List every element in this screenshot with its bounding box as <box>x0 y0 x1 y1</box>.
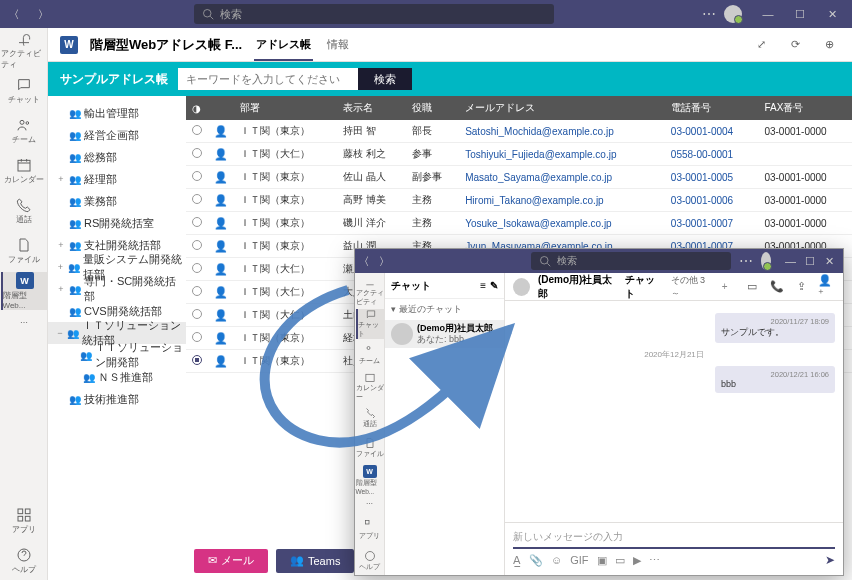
search-button[interactable]: 検索 <box>358 68 412 90</box>
rail-addressbook-app[interactable]: W階層型Web... <box>1 272 47 310</box>
row-radio[interactable] <box>192 171 202 181</box>
row-radio[interactable] <box>192 332 202 342</box>
global-search[interactable]: 検索 <box>194 4 554 24</box>
table-row[interactable]: 👤ＩＴ関（東京）佐山 晶人副参事Masato_Sayama@example.co… <box>186 166 852 189</box>
tree-item[interactable]: 👥業務部 <box>48 190 186 212</box>
table-row[interactable]: 👤ＩＴ関（東京）持田 智部長Satoshi_Mochida@example.co… <box>186 120 852 143</box>
tab-info[interactable]: 情報 <box>325 29 351 60</box>
row-radio[interactable] <box>192 217 202 227</box>
chat-other[interactable]: その他 3 ～ <box>671 274 714 300</box>
chat-item[interactable]: (Demo用)社員太郎あなた: bbb <box>385 320 504 348</box>
rail-chat[interactable]: チャット <box>1 72 47 110</box>
table-row[interactable]: 👤ＩＴ関（東京）高野 博美主務Hiromi_Takano@example.co.… <box>186 189 852 212</box>
send-icon[interactable]: ➤ <box>825 553 835 567</box>
tel-link[interactable]: 0558-00-0001 <box>671 149 733 160</box>
rail-files[interactable]: ファイル <box>356 434 384 463</box>
mail-button[interactable]: ✉ メール <box>194 549 268 573</box>
maximize-button[interactable]: ☐ <box>786 0 814 28</box>
more-icon[interactable]: ⋯ <box>739 253 753 269</box>
gif-icon[interactable]: GIF <box>570 554 588 566</box>
row-radio[interactable] <box>192 355 202 365</box>
keyword-input[interactable] <box>178 68 358 90</box>
emoji-icon[interactable]: ☺ <box>551 554 562 566</box>
tree-item[interactable]: 👥ＩＴソリューション開発部 <box>48 344 186 366</box>
add-people-icon[interactable]: 👤⁺ <box>818 278 835 296</box>
forward-button[interactable]: 〉 <box>30 4 50 24</box>
teams-button[interactable]: 👥 Teams <box>276 549 354 573</box>
tel-link[interactable]: 03-0001-0006 <box>671 195 733 206</box>
back-button[interactable]: 〈 <box>6 4 26 24</box>
email-link[interactable]: Hiromi_Takano@example.co.jp <box>465 195 604 206</box>
audio-call-icon[interactable]: 📞 <box>768 278 785 296</box>
more-icon[interactable]: ⋯ <box>649 554 660 567</box>
tree-item[interactable]: 👥技術推進部 <box>48 388 186 410</box>
rail-activity[interactable]: アクティビティ <box>356 277 384 307</box>
col-fax[interactable]: FAX番号 <box>758 96 852 120</box>
rail-calls[interactable]: 通話 <box>1 192 47 230</box>
meet-icon[interactable]: ▭ <box>615 554 625 567</box>
email-link[interactable]: Yosuke_Isokawa@example.co.jp <box>465 218 612 229</box>
row-radio[interactable] <box>192 240 202 250</box>
rail-teams[interactable]: チーム <box>1 112 47 150</box>
popup-search[interactable]: 検索 <box>531 252 731 270</box>
close-button[interactable]: ✕ <box>822 247 837 275</box>
message-bubble[interactable]: 2020/11/27 18:09サンプルです。 <box>715 313 835 343</box>
expand-icon[interactable]: ⤢ <box>750 34 772 56</box>
col-dept[interactable]: 部署 <box>234 96 337 120</box>
back-button[interactable]: 〈 <box>361 251 372 271</box>
tree-item[interactable]: 👥経営企画部 <box>48 124 186 146</box>
rail-more[interactable]: ⋯ <box>1 312 47 332</box>
globe-icon[interactable]: ⊕ <box>818 34 840 56</box>
row-radio[interactable] <box>192 309 202 319</box>
tel-link[interactable]: 03-0001-0007 <box>671 218 733 229</box>
chat-tab[interactable]: チャット <box>625 273 663 301</box>
table-row[interactable]: 👤ＩＴ関（東京）磯川 洋介主務Yosuke_Isokawa@example.co… <box>186 212 852 235</box>
rail-teams[interactable]: チーム <box>356 341 384 370</box>
rail-chat[interactable]: チャット <box>356 309 384 339</box>
stream-icon[interactable]: ▶ <box>633 554 641 567</box>
tel-link[interactable]: 03-0001-0004 <box>671 126 733 137</box>
maximize-button[interactable]: ☐ <box>802 247 817 275</box>
col-email[interactable]: メールアドレス <box>459 96 665 120</box>
table-row[interactable]: 👤ＩＴ関（大仁）藤枝 利之参事Toshiyuki_Fujieda@example… <box>186 143 852 166</box>
row-radio[interactable] <box>192 286 202 296</box>
more-icon[interactable]: ⋯ <box>702 6 716 22</box>
row-radio[interactable] <box>192 148 202 158</box>
message-input[interactable]: 新しいメッセージの入力 <box>513 527 835 549</box>
sticker-icon[interactable]: ▣ <box>597 554 607 567</box>
format-icon[interactable]: A̲ <box>513 554 521 567</box>
rail-help[interactable]: ヘルプ <box>356 546 384 575</box>
rail-help[interactable]: ヘルプ <box>1 542 47 580</box>
forward-button[interactable]: 〉 <box>376 251 387 271</box>
row-radio[interactable] <box>192 125 202 135</box>
email-link[interactable]: Toshiyuki_Fujieda@example.co.jp <box>465 149 616 160</box>
close-button[interactable]: ✕ <box>818 0 846 28</box>
profile-avatar[interactable] <box>761 252 771 270</box>
tree-item[interactable]: +👥専門・SC開発統括部 <box>48 278 186 300</box>
refresh-icon[interactable]: ⟳ <box>784 34 806 56</box>
rail-more[interactable]: ⋯ <box>356 497 384 512</box>
message-bubble[interactable]: 2020/12/21 16:06bbb <box>715 366 835 393</box>
col-role[interactable]: 役職 <box>406 96 459 120</box>
tree-item[interactable]: 👥RS開発統括室 <box>48 212 186 234</box>
rail-apps[interactable]: アプリ <box>356 516 384 545</box>
row-radio[interactable] <box>192 194 202 204</box>
col-name[interactable]: 表示名 <box>337 96 406 120</box>
email-link[interactable]: Masato_Sayama@example.co.jp <box>465 172 612 183</box>
video-call-icon[interactable]: ▭ <box>744 278 761 296</box>
minimize-button[interactable]: — <box>783 247 798 275</box>
email-link[interactable]: Satoshi_Mochida@example.co.jp <box>465 126 614 137</box>
rail-apps[interactable]: アプリ <box>1 502 47 540</box>
row-radio[interactable] <box>192 263 202 273</box>
profile-avatar[interactable] <box>724 5 742 23</box>
tel-link[interactable]: 03-0001-0005 <box>671 172 733 183</box>
rail-calendar[interactable]: カレンダー <box>356 372 384 402</box>
rail-files[interactable]: ファイル <box>1 232 47 270</box>
attach-icon[interactable]: 📎 <box>529 554 543 567</box>
tree-item[interactable]: 👥総務部 <box>48 146 186 168</box>
tree-item[interactable]: 👥輸出管理部 <box>48 102 186 124</box>
new-chat-icon[interactable]: ✎ <box>490 280 498 291</box>
share-icon[interactable]: ⇪ <box>793 278 810 296</box>
filter-icon[interactable]: ≡ <box>480 280 486 291</box>
rail-calls[interactable]: 通話 <box>356 404 384 433</box>
